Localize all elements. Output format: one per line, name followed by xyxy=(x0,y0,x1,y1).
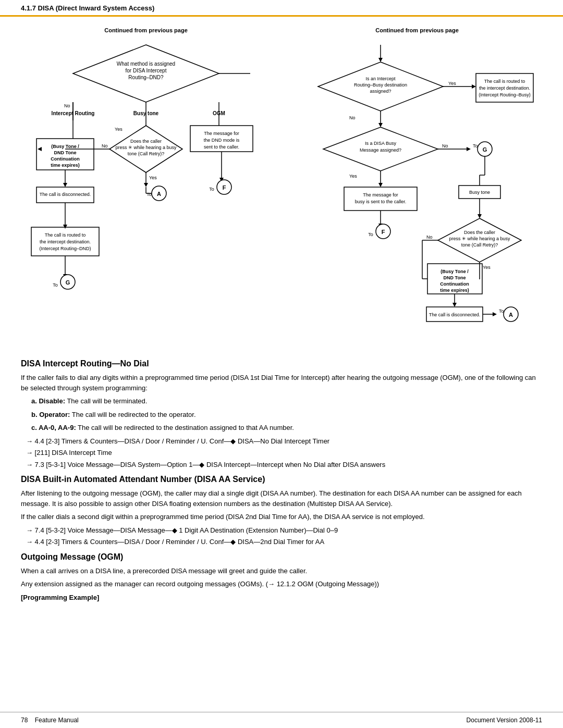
ogm-body1: When a call arrives on a DISA line, a pr… xyxy=(21,566,542,576)
svg-text:Yes: Yes xyxy=(149,175,157,180)
section-title: 4.1.7 DISA (Direct Inward System Access) xyxy=(21,4,154,12)
flowchart-area: Continued from previous page What method… xyxy=(21,27,542,343)
svg-text:Is an Intercept: Is an Intercept xyxy=(365,76,396,81)
svg-text:Routing–Busy destination: Routing–Busy destination xyxy=(354,82,407,88)
svg-text:No: No xyxy=(349,115,356,120)
item-a-bold: Disable: xyxy=(39,397,65,405)
intercept-no-dial-intro: If the caller fails to dial any digits w… xyxy=(21,373,542,393)
svg-marker-105 xyxy=(478,214,482,218)
disa-aa-body: After listening to the outgoing message … xyxy=(21,488,542,547)
svg-text:A: A xyxy=(509,312,513,318)
svg-marker-78 xyxy=(378,123,383,127)
svg-text:A: A xyxy=(157,191,161,197)
svg-text:To: To xyxy=(209,187,214,192)
svg-text:Message assigned?: Message assigned? xyxy=(360,147,401,153)
arrow-2: → [211] DISA Intercept Time xyxy=(26,448,542,458)
svg-text:press ✳ while hearing a busy: press ✳ while hearing a busy xyxy=(449,236,510,241)
svg-text:(Intercept Routing–Busy): (Intercept Routing–Busy) xyxy=(479,92,531,97)
svg-text:time expires): time expires) xyxy=(440,288,469,293)
svg-text:DND Tone: DND Tone xyxy=(54,150,77,155)
item-a-label: a. xyxy=(31,397,39,405)
section-header: 4.1.7 DISA (Direct Inward System Access) xyxy=(0,0,563,17)
arrow-3: → 7.3 [5-3-1] Voice Message—DISA System—… xyxy=(26,460,542,470)
ogm-body: When a call arrives on a DISA line, a pr… xyxy=(21,566,542,603)
svg-text:G: G xyxy=(66,279,70,286)
svg-text:No: No xyxy=(426,235,433,240)
item-c-bold: AA-0, AA-9: xyxy=(39,424,76,431)
disa-aa-body1: After listening to the outgoing message … xyxy=(21,488,542,509)
svg-text:tone (Call Retry)?: tone (Call Retry)? xyxy=(461,242,498,248)
ogm-body2: Any extension assigned as the manager ca… xyxy=(21,579,542,589)
svg-text:Does the caller: Does the caller xyxy=(464,230,495,235)
svg-text:No: No xyxy=(442,143,448,149)
disa-aa-body2: If the caller dials a second digit withi… xyxy=(21,512,542,522)
page: 4.1.7 DISA (Direct Inward System Access)… xyxy=(0,0,563,728)
svg-text:The call is routed to: The call is routed to xyxy=(484,79,525,84)
svg-marker-0 xyxy=(73,45,219,102)
svg-marker-64 xyxy=(378,58,383,62)
svg-text:Busy tone: Busy tone xyxy=(469,190,490,195)
svg-text:busy is sent to the caller.: busy is sent to the caller. xyxy=(355,199,407,204)
right-flowchart-svg: Is an Intercept Routing–Busy destination… xyxy=(292,40,542,342)
ogm-title: Outgoing Message (OGM) xyxy=(21,552,542,562)
svg-text:F: F xyxy=(223,184,226,191)
item-b-label: b. xyxy=(31,411,39,418)
svg-text:the intercept destination.: the intercept destination. xyxy=(479,85,530,91)
disa-aa-arrow2: → 4.4 [2-3] Timers & Counters—DISA / Doo… xyxy=(26,537,542,547)
svg-text:Does the caller: Does the caller xyxy=(130,139,162,144)
svg-marker-124 xyxy=(493,312,497,316)
svg-text:Continuation: Continuation xyxy=(440,281,469,287)
svg-text:(Busy Tone /: (Busy Tone / xyxy=(440,269,469,274)
left-continued-label: Continued from previous page xyxy=(21,27,271,33)
svg-text:the DND mode is: the DND mode is xyxy=(204,138,240,143)
svg-text:Yes: Yes xyxy=(349,174,357,179)
svg-marker-90 xyxy=(378,183,383,187)
arrow-1: → 4.4 [2-3] Timers & Counters—DISA / Doo… xyxy=(26,436,542,447)
svg-text:Routing–DND?: Routing–DND? xyxy=(128,75,164,80)
svg-marker-36 xyxy=(144,183,148,187)
svg-text:Yes: Yes xyxy=(483,265,491,270)
svg-text:DND Tone: DND Tone xyxy=(444,275,466,280)
item-b-rest: The call will be redirected to the opera… xyxy=(70,411,195,418)
item-c: c. AA-0, AA-9: The call will be redirect… xyxy=(31,423,542,433)
svg-text:press ✳ while hearing a busy: press ✳ while hearing a busy xyxy=(115,145,177,150)
svg-text:Continuation: Continuation xyxy=(51,156,80,162)
svg-text:G: G xyxy=(483,146,487,153)
svg-text:for DISA Intercept: for DISA Intercept xyxy=(126,68,167,73)
doc-type: Feature Manual xyxy=(35,717,79,724)
svg-text:No: No xyxy=(64,103,70,108)
svg-text:What method is assigned: What method is assigned xyxy=(117,61,175,67)
svg-text:The message for: The message for xyxy=(363,192,398,198)
svg-text:To: To xyxy=(146,192,152,197)
page-footer: 78 Feature Manual Document Version 2008-… xyxy=(0,712,563,728)
item-a-rest: The call will be terminated. xyxy=(65,397,147,405)
footer-page-number: 78 Feature Manual xyxy=(21,717,79,724)
main-content: Continued from previous page What method… xyxy=(0,17,563,712)
svg-marker-120 xyxy=(452,303,457,307)
item-b: b. Operator: The call will be redirected… xyxy=(31,410,542,420)
svg-text:Is a DISA Busy: Is a DISA Busy xyxy=(365,141,397,146)
item-a: a. Disable: The call will be terminated. xyxy=(31,396,542,406)
item-c-rest: The call will be redirected to the desti… xyxy=(76,424,294,431)
svg-text:No: No xyxy=(102,143,108,149)
svg-marker-20 xyxy=(63,183,67,187)
flowchart-left: Continued from previous page What method… xyxy=(21,27,271,343)
disa-aa-title: DISA Built-in Automated Attendant Number… xyxy=(21,475,542,484)
disa-aa-arrow1: → 7.4 [5-3-2] Voice Message—DISA Message… xyxy=(26,525,542,536)
svg-text:The call is routed to: The call is routed to xyxy=(45,232,86,238)
page-num: 78 xyxy=(21,717,28,724)
svg-text:(Busy Tone /: (Busy Tone / xyxy=(51,144,79,149)
programming-example: [Programming Example] xyxy=(21,593,542,603)
svg-text:(Intercept Routing–DND): (Intercept Routing–DND) xyxy=(39,246,91,251)
svg-text:The call is disconnected.: The call is disconnected. xyxy=(429,312,481,317)
intercept-no-dial-title: DISA Intercept Routing—No Dial xyxy=(21,359,542,368)
svg-text:Yes: Yes xyxy=(448,81,456,86)
svg-text:To: To xyxy=(53,282,58,288)
svg-text:assigned?: assigned? xyxy=(370,89,391,94)
svg-text:To: To xyxy=(473,143,478,149)
svg-text:F: F xyxy=(382,229,385,235)
svg-text:sent to the caller.: sent to the caller. xyxy=(204,144,239,150)
svg-text:The message for: The message for xyxy=(204,131,239,136)
svg-text:tone (Call Retry)?: tone (Call Retry)? xyxy=(128,151,165,156)
svg-text:The call is disconnected.: The call is disconnected. xyxy=(40,192,91,197)
